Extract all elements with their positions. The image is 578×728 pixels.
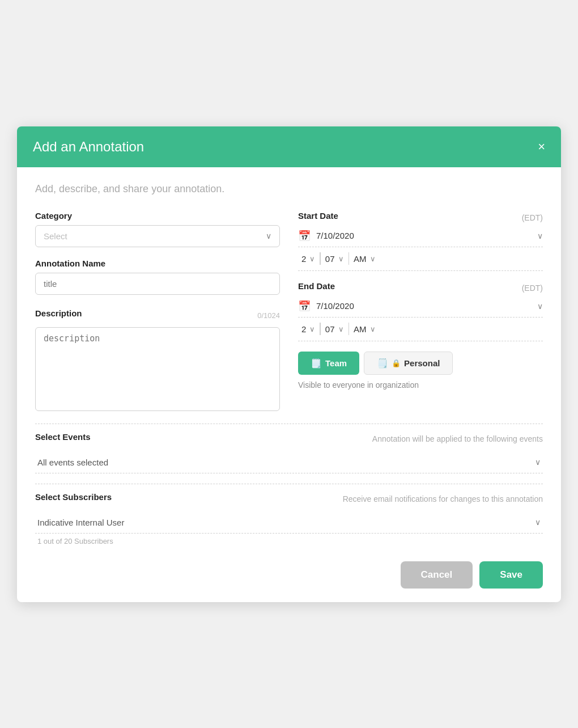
subscribers-count: 1 out of 20 Subscribers [35,537,543,545]
save-button[interactable]: Save [479,561,543,589]
annotation-name-label: Annotation Name [35,259,280,268]
subscribers-dropdown-value: Indicative Internal User [37,518,124,527]
time-separator-1 [320,252,321,265]
close-button[interactable]: × [538,141,545,153]
end-date-value: 7/10/2020 [316,301,537,311]
select-events-section: Select Events Annotation will be applied… [35,424,543,473]
team-button-label: Team [325,358,347,368]
time-separator-2 [348,252,350,265]
form-right-column: Start Date (EDT) 📅 7/10/2020 ∨ 2 ∨ 07 [298,211,543,413]
subscribers-dropdown[interactable]: Indicative Internal User ∨ [35,512,543,534]
start-date-header-row: Start Date (EDT) [298,211,543,225]
team-doc-icon: 🗒️ [311,358,322,369]
end-date-chevron-icon: ∨ [537,302,543,311]
start-ampm-select[interactable]: AM ∨ [350,252,379,266]
visibility-toggle-row: 🗒️ Team 🗒️ 🔒 Personal [298,352,543,375]
select-events-header: Select Events Annotation will be applied… [35,432,543,446]
select-subscribers-section: Select Subscribers Receive email notific… [35,484,543,545]
annotation-name-section: Annotation Name [35,259,280,299]
start-minute-select[interactable]: 07 ∨ [322,252,347,266]
add-annotation-modal: Add an Annotation × Add, describe, and s… [17,126,561,602]
end-ampm-value: AM [354,324,367,334]
lock-icon: 🔒 [392,359,401,367]
end-ampm-select[interactable]: AM ∨ [350,322,379,336]
start-minute-chevron-icon: ∨ [338,255,344,263]
category-label: Category [35,211,280,221]
time-separator-4 [348,323,350,335]
category-placeholder: Select [44,231,67,241]
end-date-picker[interactable]: 📅 7/10/2020 ∨ [298,300,543,318]
end-hour-value: 2 [301,324,306,334]
end-date-tz: (EDT) [522,283,543,293]
select-events-hint: Annotation will be applied to the follow… [372,434,543,443]
visibility-description: Visible to everyone in organization [298,380,543,390]
time-separator-3 [320,323,321,335]
description-header: Description 0/1024 [35,308,280,323]
events-dropdown-chevron-icon: ∨ [535,458,541,467]
description-count: 0/1024 [257,311,280,320]
description-textarea[interactable] [35,327,280,411]
cancel-button[interactable]: Cancel [401,561,473,589]
start-minute-value: 07 [325,254,335,264]
start-ampm-chevron-icon: ∨ [370,255,376,263]
end-ampm-chevron-icon: ∨ [370,325,376,333]
personal-doc-icon: 🗒️ [377,358,388,369]
personal-button[interactable]: 🗒️ 🔒 Personal [364,352,453,375]
start-date-label: Start Date [298,211,338,221]
footer-buttons: Cancel Save [35,561,543,589]
modal-body: Add, describe, and share your annotation… [17,167,561,602]
start-time-row: 2 ∨ 07 ∨ AM ∨ [298,252,543,271]
events-dropdown-value: All events selected [37,458,108,467]
select-subscribers-hint: Receive email notifications for changes … [343,494,543,503]
description-label: Description [35,308,82,318]
description-section: Description 0/1024 [35,308,280,413]
form-left-column: Category Select ∨ Annotation Name Descri… [35,211,280,413]
start-hour-select[interactable]: 2 ∨ [298,252,318,266]
end-time-row: 2 ∨ 07 ∨ AM ∨ [298,322,543,341]
end-minute-select[interactable]: 07 ∨ [322,322,347,336]
start-hour-value: 2 [301,254,306,264]
start-ampm-value: AM [354,254,367,264]
events-dropdown[interactable]: All events selected ∨ [35,452,543,473]
end-date-label: End Date [298,281,335,291]
start-calendar-icon: 📅 [298,230,311,242]
modal-header: Add an Annotation × [17,126,561,167]
subscribers-dropdown-chevron-icon: ∨ [535,518,541,527]
select-events-label: Select Events [35,432,91,442]
end-hour-chevron-icon: ∨ [309,325,315,333]
select-subscribers-label: Select Subscribers [35,492,112,502]
category-select[interactable]: Select ∨ [35,225,280,247]
modal-title: Add an Annotation [33,139,144,155]
personal-button-label: Personal [404,358,440,368]
modal-subtitle: Add, describe, and share your annotation… [35,183,543,195]
end-calendar-icon: 📅 [298,300,311,312]
end-hour-select[interactable]: 2 ∨ [298,322,318,336]
form-main-row: Category Select ∨ Annotation Name Descri… [35,211,543,413]
start-date-value: 7/10/2020 [316,231,537,240]
end-minute-chevron-icon: ∨ [338,325,344,333]
end-minute-value: 07 [325,324,335,334]
category-chevron-icon: ∨ [266,231,271,240]
annotation-name-input[interactable] [35,273,280,295]
team-button[interactable]: 🗒️ Team [298,352,359,375]
start-date-picker[interactable]: 📅 7/10/2020 ∨ [298,230,543,247]
start-hour-chevron-icon: ∨ [309,255,315,263]
start-date-chevron-icon: ∨ [537,231,543,240]
start-date-tz: (EDT) [522,213,543,222]
select-subscribers-header: Select Subscribers Receive email notific… [35,492,543,506]
end-date-header-row: End Date (EDT) [298,281,543,295]
